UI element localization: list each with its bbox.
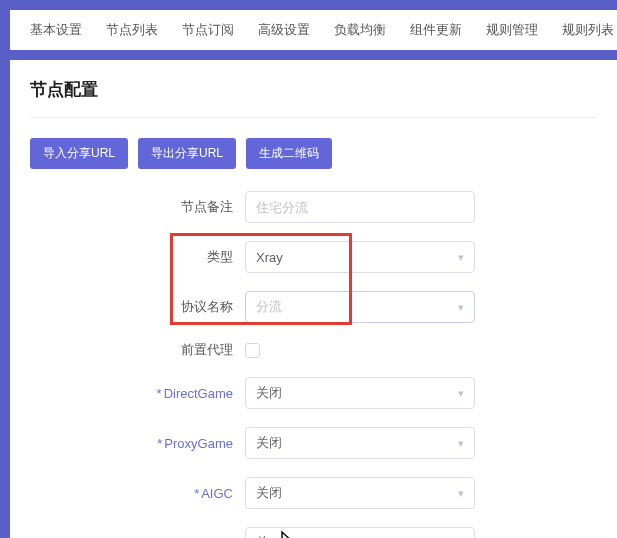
tab-advanced[interactable]: 高级设置	[246, 21, 322, 39]
proxygame-select[interactable]: 关闭 ▾	[245, 427, 475, 459]
import-url-button[interactable]: 导入分享URL	[30, 138, 128, 169]
tab-comp-update[interactable]: 组件更新	[398, 21, 474, 39]
gen-qr-button[interactable]: 生成二维码	[246, 138, 332, 169]
preproxy-label: 前置代理	[30, 341, 245, 359]
chevron-down-icon: ▾	[458, 387, 464, 400]
tab-node-list[interactable]: 节点列表	[94, 21, 170, 39]
protocol-select[interactable]: 分流 ▾	[245, 291, 475, 323]
proxygame-label-text: ProxyGame	[164, 436, 233, 451]
required-mark: *	[157, 386, 162, 401]
action-buttons: 导入分享URL 导出分享URL 生成二维码	[30, 138, 597, 169]
directgame-select[interactable]: 关闭 ▾	[245, 377, 475, 409]
type-value: Xray	[256, 250, 283, 265]
top-tabs: 基本设置 节点列表 节点订阅 高级设置 负载均衡 组件更新 规则管理 规则列表 …	[10, 10, 617, 50]
aigc-label: *AIGC	[30, 486, 245, 501]
required-mark: *	[194, 486, 199, 501]
directgame-value: 关闭	[256, 384, 282, 402]
remark-label: 节点备注	[30, 198, 245, 216]
chevron-down-icon: ▾	[458, 251, 464, 264]
preproxy-checkbox[interactable]	[245, 343, 260, 358]
aigc-value: 关闭	[256, 484, 282, 502]
chevron-down-icon: ▾	[458, 437, 464, 450]
chevron-down-icon: ▾	[458, 301, 464, 314]
protocol-label: 协议名称	[30, 298, 245, 316]
streaming-select[interactable]: 关 ▾	[245, 527, 475, 538]
tab-rule-manage[interactable]: 规则管理	[474, 21, 550, 39]
remark-input-field[interactable]	[256, 200, 464, 215]
aigc-select[interactable]: 关闭 ▾	[245, 477, 475, 509]
directgame-label: *DirectGame	[30, 386, 245, 401]
tab-basic[interactable]: 基本设置	[18, 21, 94, 39]
type-label: 类型	[30, 248, 245, 266]
chevron-down-icon: ▾	[458, 487, 464, 500]
config-panel: 节点配置 导入分享URL 导出分享URL 生成二维码 节点备注 类型 Xray …	[10, 60, 617, 538]
tab-node-sub[interactable]: 节点订阅	[170, 21, 246, 39]
export-url-button[interactable]: 导出分享URL	[138, 138, 236, 169]
panel-title: 节点配置	[30, 78, 597, 118]
streaming-value: 关	[256, 534, 269, 538]
proxygame-value: 关闭	[256, 434, 282, 452]
proxygame-label: *ProxyGame	[30, 436, 245, 451]
protocol-placeholder: 分流	[256, 298, 282, 316]
remark-input[interactable]	[245, 191, 475, 223]
aigc-label-text: AIGC	[201, 486, 233, 501]
type-select[interactable]: Xray ▾	[245, 241, 475, 273]
required-mark: *	[157, 436, 162, 451]
tab-load-balance[interactable]: 负载均衡	[322, 21, 398, 39]
directgame-label-text: DirectGame	[164, 386, 233, 401]
tab-rule-list[interactable]: 规则列表	[550, 21, 617, 39]
